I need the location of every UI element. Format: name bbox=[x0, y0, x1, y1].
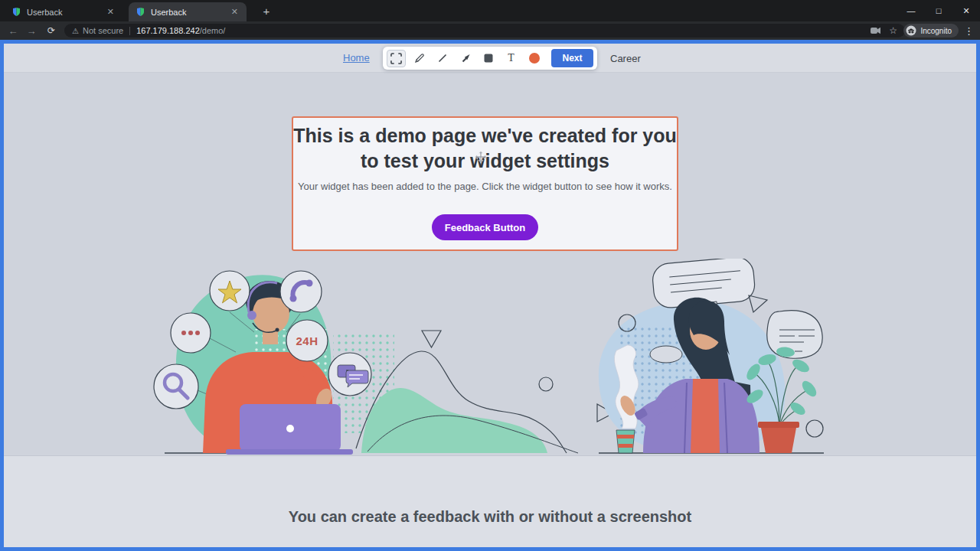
hero-heading: This is a demo page we've created for yo… bbox=[293, 123, 677, 174]
new-tab-button[interactable]: + bbox=[259, 4, 274, 19]
annotation-toolbar: T Next bbox=[383, 47, 597, 70]
tab-close-icon[interactable]: ✕ bbox=[230, 7, 240, 17]
tab-title: Userback bbox=[151, 8, 224, 17]
line-tool[interactable] bbox=[433, 50, 452, 67]
browser-tab-userback-1[interactable]: Userback ✕ bbox=[5, 2, 122, 21]
forward-icon[interactable]: → bbox=[23, 21, 40, 40]
media-camera-icon[interactable] bbox=[871, 27, 881, 34]
tab-title: Userback bbox=[27, 8, 100, 17]
text-tool[interactable]: T bbox=[501, 50, 521, 67]
bookmark-star-icon[interactable]: ☆ bbox=[889, 25, 897, 36]
search-badge bbox=[154, 364, 198, 409]
tab-close-icon[interactable]: ✕ bbox=[106, 7, 116, 17]
maximize-icon[interactable]: □ bbox=[925, 0, 952, 21]
next-button[interactable]: Next bbox=[551, 49, 593, 67]
career-link[interactable]: Career bbox=[610, 53, 641, 64]
pencil-icon bbox=[414, 53, 425, 64]
incognito-icon bbox=[906, 25, 916, 36]
badge-24h-label: 24H bbox=[296, 334, 318, 347]
address-bar: ← → ⟳ ⚠ Not secure 167.179.188.242 /demo… bbox=[0, 21, 980, 40]
abstract-hills-illustration bbox=[356, 331, 613, 453]
line-icon bbox=[437, 53, 448, 64]
color-picker-tool[interactable] bbox=[524, 50, 544, 67]
cup bbox=[616, 430, 635, 453]
userback-favicon bbox=[11, 7, 21, 17]
arrow-tool[interactable] bbox=[456, 50, 475, 67]
color-dot-icon bbox=[528, 52, 541, 64]
demo-page: ✕ Home bbox=[0, 40, 980, 551]
move-cursor-icon bbox=[475, 151, 487, 163]
support-agent-illustration: 24H bbox=[154, 271, 394, 455]
back-icon[interactable]: ← bbox=[5, 21, 21, 40]
pencil-tool[interactable] bbox=[410, 50, 429, 67]
minimize-icon[interactable]: — bbox=[897, 0, 925, 21]
home-link[interactable]: Home bbox=[343, 52, 370, 64]
oval-bubble bbox=[650, 346, 682, 363]
browser-menu-icon[interactable]: ⋮ bbox=[964, 21, 974, 40]
illustration: 24H bbox=[138, 259, 842, 458]
url-host: 167.179.188.242 bbox=[136, 26, 200, 35]
incognito-label: Incognito bbox=[920, 27, 952, 35]
incognito-badge: Incognito bbox=[903, 24, 959, 37]
filled-square-icon bbox=[483, 53, 494, 64]
userback-favicon bbox=[136, 7, 145, 17]
feedback-button[interactable]: Feedback Button bbox=[432, 214, 538, 240]
browser-tab-userback-2[interactable]: Userback ✕ bbox=[129, 2, 247, 21]
rectangle-tool[interactable] bbox=[479, 50, 498, 67]
chat-badge bbox=[328, 353, 371, 396]
bottom-section: You can create a feedback with or withou… bbox=[4, 455, 976, 551]
hero-subtext: Your widget has been added to the page. … bbox=[293, 181, 677, 192]
woman-illustration bbox=[599, 259, 824, 453]
close-window-icon[interactable]: ✕ bbox=[952, 0, 980, 21]
24h-badge: 24H bbox=[286, 320, 328, 361]
dots-badge bbox=[171, 313, 211, 353]
footer-text: You can create a feedback with or withou… bbox=[4, 508, 976, 526]
speech-bubble-small bbox=[767, 311, 822, 359]
warning-icon: ⚠ bbox=[72, 27, 79, 35]
tab-strip: Userback ✕ Userback ✕ + — □ ✕ bbox=[0, 0, 980, 21]
window-controls: — □ ✕ bbox=[897, 0, 980, 21]
capture-region-tool[interactable] bbox=[387, 50, 406, 67]
url-input[interactable]: ⚠ Not secure 167.179.188.242 /demo/ ☆ bbox=[64, 24, 905, 37]
page-topbar: Home bbox=[4, 44, 976, 73]
url-path: /demo/ bbox=[200, 26, 226, 35]
hero-box: This is a demo page we've created for yo… bbox=[292, 116, 678, 251]
star-badge bbox=[210, 271, 250, 311]
url-divider bbox=[129, 27, 130, 35]
capture-icon bbox=[390, 53, 402, 64]
reload-icon[interactable]: ⟳ bbox=[43, 21, 60, 40]
arrow-icon bbox=[460, 53, 471, 64]
security-label[interactable]: Not secure bbox=[83, 26, 123, 35]
phone-badge bbox=[280, 271, 322, 312]
